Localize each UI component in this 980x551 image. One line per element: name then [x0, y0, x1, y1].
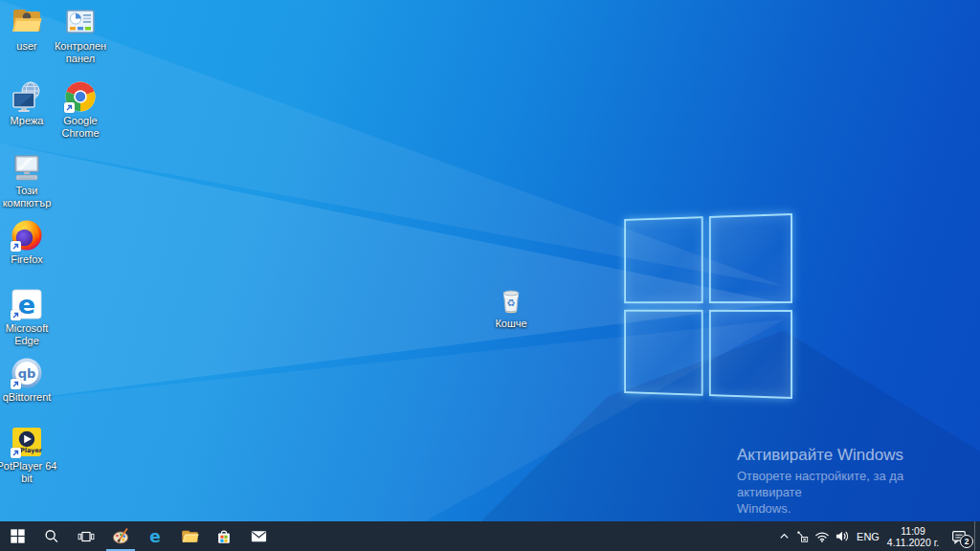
notification-badge: 2 — [960, 535, 973, 548]
qbittorrent-icon: qb — [11, 357, 43, 389]
desktop-icon-label: Кошче — [495, 318, 526, 330]
microsoft-store-icon — [215, 528, 233, 545]
desktop-icon-potplayer[interactable]: Player PotPlayer 64 bit — [0, 426, 59, 484]
svg-text:Player: Player — [20, 447, 43, 454]
start-button[interactable] — [0, 521, 34, 551]
search-button[interactable] — [34, 521, 69, 551]
wifi-icon — [814, 529, 830, 543]
task-view-icon — [78, 528, 95, 545]
chevron-up-icon — [778, 530, 791, 542]
show-desktop-button[interactable] — [974, 521, 980, 551]
desktop-wallpaper — [0, 0, 980, 551]
recycle-bin-icon: ♻ — [495, 283, 527, 316]
desktop-icon-recycle-bin[interactable]: ♻ Кошче — [479, 283, 544, 330]
file-explorer-icon — [181, 527, 199, 545]
network-tray-button[interactable] — [812, 521, 832, 551]
edge-icon: e — [145, 527, 165, 546]
desktop-icon-label: Firefox — [11, 253, 43, 266]
tray-expand-button[interactable] — [776, 521, 792, 551]
paint3d-taskbar-button[interactable] — [103, 521, 138, 551]
paint3d-icon — [112, 527, 130, 545]
desktop-icon-label: qBittorrent — [3, 391, 52, 404]
windows-start-icon — [10, 528, 26, 544]
desktop-icon-label: Мрежа — [11, 115, 44, 127]
desktop-icon-control-panel[interactable]: Контролен панел — [48, 6, 113, 64]
desktop-icon-label: Контролен панел — [48, 40, 113, 64]
shortcut-arrow-icon — [11, 448, 21, 458]
microsoft-store-button[interactable] — [207, 521, 241, 551]
potplayer-icon: Player — [11, 426, 43, 458]
edge-icon: e — [11, 288, 43, 320]
desktop-icon-google-chrome[interactable]: Google Chrome — [48, 80, 113, 139]
windows-logo-pane — [708, 309, 792, 399]
this-pc-icon — [11, 150, 43, 183]
windows-logo-pane — [624, 309, 702, 396]
language-indicator[interactable]: ENG — [854, 521, 882, 551]
shortcut-arrow-icon — [64, 102, 75, 113]
control-panel-icon — [64, 6, 97, 38]
desktop-icon-label: user — [16, 40, 36, 53]
clock[interactable]: 11:09 4.11.2020 г. — [882, 521, 944, 551]
mail-button[interactable] — [241, 521, 276, 551]
desktop-icon-firefox[interactable]: Firefox — [0, 219, 59, 266]
safely-remove-hardware-button[interactable] — [792, 521, 812, 551]
windows-logo — [624, 213, 792, 399]
tray-time: 11:09 — [901, 525, 925, 537]
mail-icon — [250, 527, 268, 545]
action-center-button[interactable]: 2 — [944, 521, 974, 551]
taskbar: e — [0, 521, 980, 551]
search-icon — [43, 528, 60, 545]
desktop-icon-label: PotPlayer 64 bit — [0, 460, 59, 484]
windows-logo-pane — [624, 216, 702, 303]
desktop-icon-qbittorrent[interactable]: qb qBittorrent — [0, 357, 59, 404]
svg-text:♻: ♻ — [507, 298, 516, 308]
light-ray — [0, 0, 980, 551]
desktop-icon-label: Google Chrome — [48, 115, 113, 139]
desktop-icon-this-pc[interactable]: Този компютър — [0, 150, 59, 209]
volume-tray-button[interactable] — [832, 521, 854, 551]
user-folder-icon — [11, 6, 43, 38]
shortcut-arrow-icon — [11, 310, 21, 320]
windows-logo-pane — [708, 213, 792, 303]
desktop-icon-microsoft-edge[interactable]: e Microsoft Edge — [0, 288, 59, 346]
desktop-icon-label: Microsoft Edge — [0, 322, 59, 346]
light-ray — [0, 0, 980, 551]
speaker-icon — [835, 529, 851, 543]
chrome-icon — [64, 80, 97, 113]
file-explorer-button[interactable] — [172, 521, 207, 551]
task-view-button[interactable] — [69, 521, 103, 551]
safely-remove-hardware-icon — [795, 530, 809, 543]
network-icon — [11, 80, 43, 113]
edge-taskbar-button[interactable]: e — [138, 521, 172, 551]
system-tray: ENG 11:09 4.11.2020 г. 2 — [776, 521, 980, 551]
tray-date: 4.11.2020 г. — [887, 537, 939, 548]
svg-text:e: e — [149, 527, 161, 546]
desktop-icon-label: Този компютър — [0, 185, 59, 209]
shortcut-arrow-icon — [11, 241, 21, 252]
logo-shadow — [0, 0, 980, 551]
firefox-icon — [11, 219, 43, 252]
shortcut-arrow-icon — [11, 379, 21, 389]
light-ray — [0, 0, 980, 551]
